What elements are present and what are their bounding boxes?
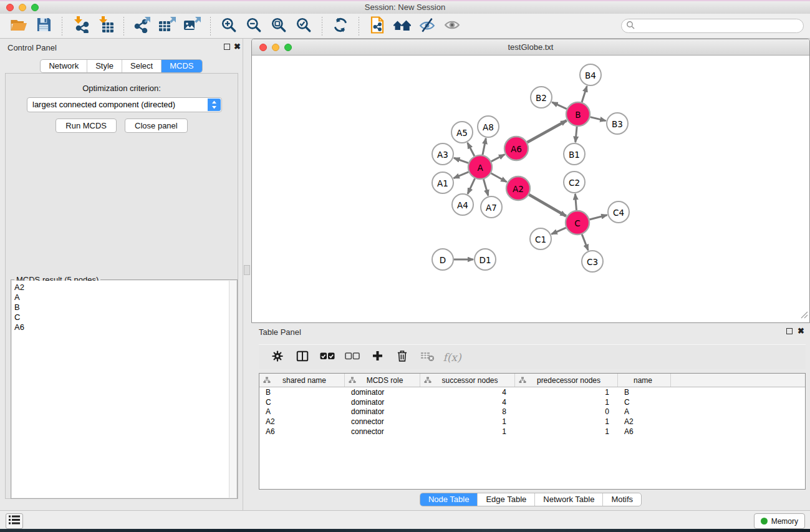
float-panel-icon[interactable]	[224, 44, 230, 50]
graph-node-C2[interactable]: C2	[564, 172, 585, 193]
graph-edge-A-A8[interactable]	[483, 138, 486, 155]
run-mcds-button[interactable]: Run MCDS	[55, 118, 117, 133]
import-table-button[interactable]	[95, 16, 116, 36]
hide-selected-button[interactable]	[417, 16, 438, 36]
column-header-successor-nodes[interactable]: successor nodes	[420, 374, 515, 387]
graph-node-A8[interactable]: A8	[478, 116, 499, 137]
graph-edge-A-A3[interactable]	[454, 158, 468, 163]
graph-node-D1[interactable]: D1	[475, 249, 496, 270]
graph-edge-C-C1[interactable]	[551, 228, 566, 234]
table-row[interactable]: A6connector11A6	[259, 427, 805, 437]
tab-mcds[interactable]: MCDS	[162, 60, 201, 72]
graph-edge-C-C2[interactable]	[575, 194, 576, 210]
tab-network[interactable]: Network	[41, 60, 87, 72]
graph-edge-A-A5[interactable]	[468, 143, 475, 156]
graph-node-A5[interactable]: A5	[451, 122, 473, 143]
zoom-fit-button[interactable]	[268, 16, 289, 36]
zoom-out-button[interactable]	[243, 16, 264, 36]
graph-node-A2[interactable]: A2	[506, 177, 530, 200]
graph-node-C1[interactable]: C1	[530, 228, 551, 249]
graph-edge-A-A4[interactable]	[468, 178, 475, 194]
graph-edge-B-B1[interactable]	[576, 127, 577, 142]
graph-node-A[interactable]: A	[468, 155, 492, 179]
mcds-result-item[interactable]: C	[14, 312, 229, 322]
export-image-button[interactable]	[181, 16, 203, 36]
graph-edge-A-A7[interactable]	[483, 179, 488, 195]
graph-edge-A-A2[interactable]	[491, 173, 506, 182]
add-column-button[interactable]	[368, 348, 387, 367]
network-window-titlebar[interactable]: testGlobe.txt	[252, 39, 809, 56]
close-table-panel-icon[interactable]: ✖	[798, 326, 804, 336]
graph-edge-B-B3[interactable]	[590, 117, 605, 121]
mcds-result-item[interactable]: A	[14, 293, 229, 302]
search-input[interactable]	[637, 21, 803, 31]
export-table-button[interactable]	[157, 16, 178, 36]
mcds-result-scrollbar[interactable]	[229, 281, 236, 498]
window-resize-grip[interactable]	[801, 310, 808, 321]
mcds-result-item[interactable]: A2	[14, 283, 229, 293]
column-visibility-button[interactable]	[293, 348, 312, 367]
zoom-in-button[interactable]	[218, 16, 239, 36]
graph-node-B[interactable]: B	[566, 102, 590, 126]
network-canvas[interactable]: AA1A2A3A4A5A6A7A8BB1B2B3B4CC1C2C3C4DD1	[252, 56, 809, 322]
memory-button[interactable]: Memory	[754, 513, 805, 529]
deselect-all-rows-button[interactable]	[343, 348, 362, 367]
tab-style[interactable]: Style	[87, 60, 122, 72]
export-network-button[interactable]	[132, 16, 153, 36]
float-table-panel-icon[interactable]	[786, 328, 793, 334]
task-history-button[interactable]	[6, 513, 23, 529]
graph-edge-B-B2[interactable]	[552, 102, 567, 109]
criterion-dropdown[interactable]: largest connected component (directed)	[27, 97, 222, 112]
delete-table-button[interactable]	[418, 348, 436, 367]
graph-node-C3[interactable]: C3	[582, 251, 603, 272]
table-row[interactable]: Bdominator41B	[259, 387, 805, 397]
graph-edge-A-A1[interactable]	[454, 172, 469, 178]
graph-edge-A2-C[interactable]	[529, 195, 566, 216]
column-header-shared-name[interactable]: shared name	[259, 374, 345, 387]
network-overview-button[interactable]	[392, 16, 413, 36]
graph-node-A7[interactable]: A7	[481, 196, 502, 218]
save-session-button[interactable]	[33, 16, 54, 36]
graph-node-A6[interactable]: A6	[504, 137, 528, 160]
graph-node-B2[interactable]: B2	[531, 87, 552, 108]
main-titlebar[interactable]: Session: New Session	[0, 1, 810, 14]
table-row[interactable]: A2connector11A2	[259, 417, 805, 427]
table-row[interactable]: Cdominator41C	[259, 397, 805, 407]
show-all-button[interactable]	[441, 16, 463, 36]
graph-node-D[interactable]: D	[432, 249, 453, 270]
graph-node-B3[interactable]: B3	[607, 113, 628, 134]
tab-edge-table[interactable]: Edge Table	[478, 493, 535, 506]
graph-node-A1[interactable]: A1	[432, 172, 453, 193]
tab-select[interactable]: Select	[122, 60, 162, 72]
graph-edge-C-C4[interactable]	[589, 215, 607, 220]
tab-motifs[interactable]: Motifs	[603, 493, 641, 506]
delete-column-button[interactable]	[393, 348, 412, 367]
column-header-MCDS-role[interactable]: MCDS role	[345, 374, 420, 387]
open-session-button[interactable]	[8, 16, 29, 36]
mcds-result-item[interactable]: A6	[14, 322, 229, 332]
graph-edge-C-C3[interactable]	[582, 235, 588, 251]
table-row[interactable]: Adominator80A	[259, 407, 805, 417]
import-network-button[interactable]	[70, 16, 91, 36]
graph-node-B4[interactable]: B4	[580, 64, 601, 85]
graph-node-C[interactable]: C	[566, 211, 589, 235]
graph-edge-A-A6[interactable]	[491, 155, 505, 162]
graph-node-A3[interactable]: A3	[432, 143, 453, 165]
table-settings-button[interactable]	[268, 348, 287, 367]
close-panel-icon[interactable]: ✖	[234, 42, 241, 52]
graph-node-C4[interactable]: C4	[608, 201, 629, 223]
graph-node-A4[interactable]: A4	[452, 194, 473, 215]
function-builder-button[interactable]: f(x)	[443, 348, 461, 367]
mcds-result-item[interactable]: B	[14, 302, 229, 312]
column-header-predecessor-nodes[interactable]: predecessor nodes	[515, 374, 618, 387]
zoom-selected-button[interactable]	[293, 16, 314, 36]
tab-node-table[interactable]: Node Table	[420, 493, 478, 506]
panel-divider-grip[interactable]	[244, 265, 250, 275]
graph-node-B1[interactable]: B1	[564, 143, 585, 165]
column-header-name[interactable]: name	[618, 374, 671, 387]
select-all-rows-button[interactable]	[318, 348, 337, 367]
graph-edge-B-B4[interactable]	[582, 86, 587, 102]
close-panel-button[interactable]: Close panel	[125, 118, 188, 133]
network-from-selection-button[interactable]	[367, 16, 388, 36]
graph-edge-A6-B[interactable]	[527, 120, 566, 142]
